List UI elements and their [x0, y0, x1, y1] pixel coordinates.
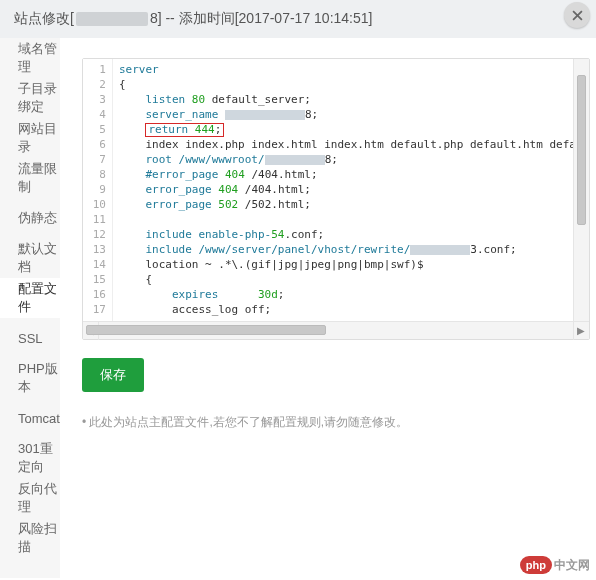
- sidebar-nav: 域名管理 子目录绑定 网站目录 流量限制 伪静态 默认文档 配置文件 SSL P…: [0, 38, 60, 578]
- redacted-site-name: [76, 12, 148, 26]
- dialog-header: 站点修改[ 8] -- 添加时间[2017-07-17 10:14:51]: [0, 0, 596, 38]
- sidebar-item-301[interactable]: 301重定向: [0, 438, 60, 478]
- sidebar-item-default-doc[interactable]: 默认文档: [0, 238, 60, 278]
- close-icon: [572, 10, 583, 21]
- sidebar-item-subdir[interactable]: 子目录绑定: [0, 78, 60, 118]
- sidebar-item-traffic[interactable]: 流量限制: [0, 158, 60, 198]
- dialog-body: 域名管理 子目录绑定 网站目录 流量限制 伪静态 默认文档 配置文件 SSL P…: [0, 38, 596, 578]
- scrollbar-thumb-horizontal[interactable]: [86, 325, 326, 335]
- code-editor[interactable]: 1234567891011121314151617 server { liste…: [82, 58, 590, 340]
- highlighted-line: return 444;: [145, 123, 224, 137]
- sidebar-item-domain[interactable]: 域名管理: [0, 38, 60, 78]
- sidebar-item-ssl[interactable]: SSL: [0, 318, 60, 358]
- sidebar-item-proxy[interactable]: 反向代理: [0, 478, 60, 518]
- redacted-text: [410, 245, 470, 255]
- watermark-pill: php: [520, 556, 552, 574]
- editor-gutter: 1234567891011121314151617: [83, 59, 113, 321]
- sidebar-item-rewrite[interactable]: 伪静态: [0, 198, 60, 238]
- main-panel: 1234567891011121314151617 server { liste…: [60, 38, 596, 578]
- save-button[interactable]: 保存: [82, 358, 144, 392]
- watermark: php 中文网: [520, 556, 590, 574]
- scrollbar-horizontal[interactable]: ◀ ▶: [83, 321, 589, 339]
- header-prefix: 站点修改[: [14, 10, 74, 28]
- redacted-text: [265, 155, 325, 165]
- scrollbar-thumb-vertical[interactable]: [577, 75, 586, 225]
- scroll-right-icon[interactable]: ▶: [573, 322, 589, 340]
- header-suffix: 8] -- 添加时间[2017-07-17 10:14:51]: [150, 10, 373, 28]
- hint-text: 此处为站点主配置文件,若您不了解配置规则,请勿随意修改。: [82, 414, 590, 431]
- watermark-text: 中文网: [554, 557, 590, 574]
- sidebar-item-scan[interactable]: 风险扫描: [0, 518, 60, 558]
- sidebar-item-tomcat[interactable]: Tomcat: [0, 398, 60, 438]
- close-button[interactable]: [564, 2, 590, 28]
- scrollbar-vertical[interactable]: [573, 59, 589, 321]
- redacted-text: [225, 110, 305, 120]
- editor-content[interactable]: server { listen 80 default_server; serve…: [113, 59, 589, 321]
- sidebar-item-php[interactable]: PHP版本: [0, 358, 60, 398]
- sidebar-item-sitedir[interactable]: 网站目录: [0, 118, 60, 158]
- sidebar-item-config[interactable]: 配置文件: [0, 278, 60, 318]
